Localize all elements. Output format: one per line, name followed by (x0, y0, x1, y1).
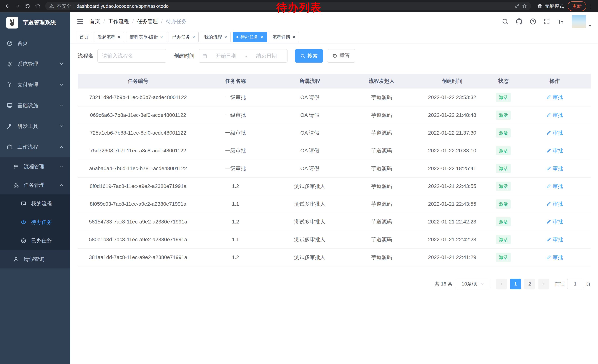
status-badge: 激活 (496, 253, 511, 262)
page-size-select[interactable]: 10条/页 (456, 279, 490, 289)
status-badge: 激活 (496, 217, 511, 226)
home-button[interactable] (33, 1, 42, 11)
monitor-icon (7, 103, 13, 108)
breadcrumb-task-mgmt[interactable]: 任务管理 (137, 18, 158, 25)
password-key-icon[interactable] (515, 4, 519, 8)
avatar[interactable] (572, 15, 586, 28)
sidebar-item-my-process[interactable]: 我的流程 (0, 194, 70, 213)
help-icon[interactable] (530, 18, 537, 25)
close-icon[interactable]: × (192, 35, 195, 40)
table-row: 069c6a63-7b8a-11ec-8ef0-acde48001122 一级审… (78, 106, 590, 124)
chevron-up-icon (59, 145, 64, 149)
back-button[interactable] (3, 1, 12, 11)
approve-link[interactable]: 审批 (546, 94, 563, 101)
bookmark-star-icon[interactable] (522, 4, 527, 8)
process-name-input[interactable] (98, 49, 166, 63)
approve-link[interactable]: 审批 (546, 112, 563, 119)
close-icon[interactable]: × (292, 35, 295, 40)
chevron-down-icon (59, 83, 64, 87)
goto-page-input[interactable] (567, 279, 583, 289)
sidebar-item-done-task[interactable]: 已办任务 (0, 231, 70, 250)
search-icon (300, 54, 305, 58)
sidebar-item-workflow[interactable]: 工作流程 (0, 137, 70, 157)
user-menu[interactable] (572, 15, 592, 28)
date-range-picker[interactable]: 开始日期 - 结束日期 (199, 49, 288, 63)
incognito-icon (537, 3, 542, 9)
approve-link[interactable]: 审批 (546, 218, 563, 225)
sidebar: 芋道管理系统 首页 系统管理 支付管理 (0, 12, 70, 364)
security-label: 不安全 (57, 3, 71, 9)
edit-icon (546, 202, 551, 206)
approve-link[interactable]: 审批 (546, 147, 563, 154)
approve-link[interactable]: 审批 (546, 165, 563, 172)
annotation-title: 待办列表 (276, 0, 322, 15)
yen-icon (7, 82, 13, 88)
chevron-right-icon (541, 282, 546, 286)
tab-home[interactable]: 首页 (76, 32, 92, 42)
page-button-2[interactable]: 2 (524, 279, 535, 289)
edit-icon (546, 237, 551, 242)
table-row: 725a1eb6-7b88-11ec-8ef0-acde48001122 一级审… (78, 124, 590, 142)
sidebar-item-devtools[interactable]: 研发工具 (0, 116, 70, 137)
goto-unit: 页 (586, 281, 590, 287)
approve-link[interactable]: 审批 (546, 183, 563, 190)
forward-button[interactable] (13, 1, 22, 11)
pagination: 共 16 条 10条/页 1 2 前往 (78, 279, 590, 289)
end-date-placeholder: 结束日期 (249, 52, 284, 59)
approve-link[interactable]: 审批 (546, 236, 563, 243)
edit-icon (546, 113, 551, 118)
close-icon[interactable]: × (160, 35, 163, 40)
sidebar-item-todo-task[interactable]: 待办任务 (0, 213, 70, 231)
tab-start-process[interactable]: 发起流程× (94, 32, 124, 42)
sidebar-item-task-mgmt[interactable]: 任务管理 (0, 176, 70, 194)
sidebar-item-process-mgmt[interactable]: 流程管理 (0, 157, 70, 176)
tab-process-detail[interactable]: 流程详情× (269, 32, 299, 42)
page-button-1[interactable]: 1 (510, 279, 521, 289)
status-badge: 激活 (496, 199, 511, 209)
tabs-bar: 首页 发起流程× 流程表单-编辑× 已办任务× 我的流程× 待办任务× 流程详情… (70, 31, 598, 43)
font-size-icon[interactable] (557, 18, 564, 25)
chevron-left-icon (499, 282, 504, 286)
close-icon[interactable]: × (224, 35, 227, 40)
sidebar-item-leave-query[interactable]: 请假查询 (0, 250, 70, 268)
caret-down-icon (588, 24, 592, 28)
approve-link[interactable]: 审批 (546, 129, 563, 137)
tab-done-task[interactable]: 已办任务× (169, 32, 199, 42)
sidebar-item-system[interactable]: 系统管理 (0, 54, 70, 74)
tab-form-edit[interactable]: 流程表单-编辑× (126, 32, 166, 42)
fullscreen-icon[interactable] (543, 18, 550, 25)
tab-todo-task[interactable]: 待办任务× (233, 32, 267, 42)
reload-button[interactable] (23, 1, 32, 11)
col-status: 状态 (488, 74, 519, 89)
browser-menu-icon[interactable] (587, 2, 595, 10)
sidebar-item-home[interactable]: 首页 (0, 33, 70, 54)
sidebar-item-infrastructure[interactable]: 基础设施 (0, 95, 70, 116)
search-button[interactable]: 搜索 (295, 49, 323, 63)
status-badge: 激活 (496, 182, 511, 191)
next-page-button[interactable] (538, 279, 549, 289)
sidebar-collapse-icon[interactable] (76, 18, 83, 25)
divider (74, 4, 74, 8)
refresh-icon (332, 54, 337, 58)
approve-link[interactable]: 审批 (546, 201, 563, 208)
top-navbar: 首页 / 工作流程 / 任务管理 / 待办任务 (70, 12, 598, 31)
github-icon[interactable] (515, 18, 523, 25)
edit-icon (546, 166, 551, 171)
eye-icon (21, 219, 26, 225)
sidebar-item-payment[interactable]: 支付管理 (0, 74, 70, 95)
prev-page-button[interactable] (496, 279, 507, 289)
close-icon[interactable]: × (260, 35, 263, 40)
tab-my-process[interactable]: 我的流程× (201, 32, 231, 42)
breadcrumb-workflow[interactable]: 工作流程 (108, 18, 129, 25)
approve-link[interactable]: 审批 (546, 254, 563, 261)
close-icon[interactable]: × (118, 35, 120, 40)
list-icon (13, 164, 19, 170)
filter-bar: 流程名 创建时间 开始日期 - 结束日期 搜索 重 (78, 49, 590, 63)
update-button[interactable]: 更新 (568, 1, 586, 11)
breadcrumb-home[interactable]: 首页 (90, 18, 100, 25)
reset-button[interactable]: 重置 (327, 49, 355, 63)
search-icon[interactable] (502, 18, 509, 25)
browser-window: 不安全 dashboard.yudao.iocoder.cn/bpm/task/… (0, 0, 598, 364)
app-title: 芋道管理系统 (23, 19, 56, 26)
task-mgmt-submenu: 我的流程 待办任务 已办任务 (0, 194, 70, 250)
